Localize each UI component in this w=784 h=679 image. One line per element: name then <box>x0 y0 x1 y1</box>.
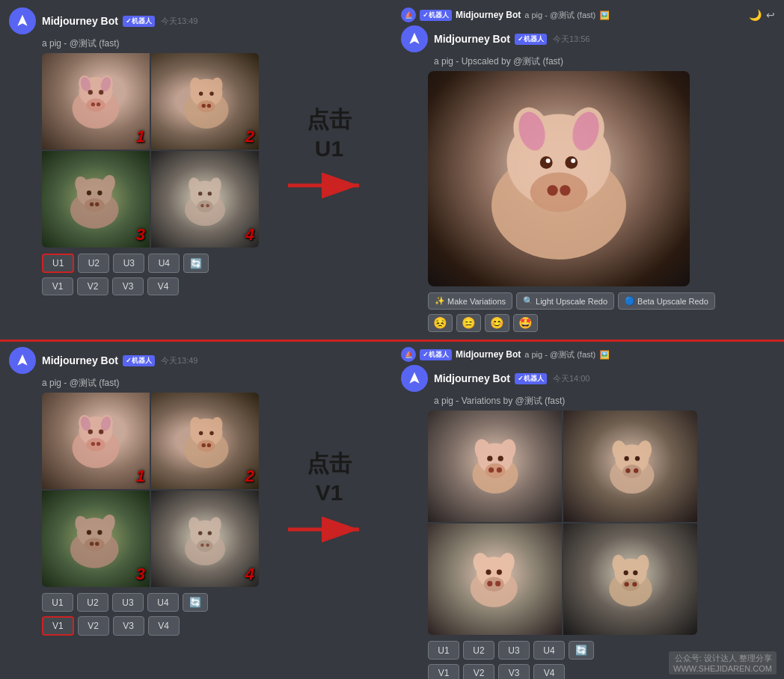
name-row-top-right: Midjourney Bot ✓机器人 今天13:56 <box>434 33 589 45</box>
emojis-row-top-right: 😣 😑 😊 🤩 <box>428 314 775 332</box>
bot-name-bottom-right: Midjourney Bot <box>434 372 510 384</box>
svg-point-61 <box>99 429 103 434</box>
btn-u2-var[interactable]: U2 <box>463 641 494 660</box>
buttons-v-row-top-left: V1 V2 V3 V4 <box>42 277 383 295</box>
svg-point-106 <box>634 456 639 461</box>
btn-v4-var[interactable]: V4 <box>533 664 565 679</box>
topbar-bot-name-bottom: Midjourney Bot <box>456 349 521 360</box>
svg-point-96 <box>487 455 492 461</box>
btn-light-upscale-redo[interactable]: 🔍 Light Upscale Redo <box>516 292 614 310</box>
grid-cell-b1: 1 <box>42 393 150 489</box>
make-variations-label: Make Variations <box>447 297 506 306</box>
timestamp-bottom-right: 今天14:00 <box>553 373 590 384</box>
svg-point-110 <box>487 580 492 586</box>
buttons-u-row-top-left: U1 U2 U3 U4 🔄 <box>42 254 383 273</box>
num-label-b3: 3 <box>136 565 145 584</box>
svg-point-75 <box>95 541 99 545</box>
btn-u3-bottom-left[interactable]: U3 <box>112 593 144 612</box>
svg-point-53 <box>86 437 105 451</box>
header-info-bottom-left: Midjourney Bot ✓机器人 今天13:49 <box>42 354 197 366</box>
desc-bottom-right: a pig - Variations by @测试 (fast) <box>434 395 775 408</box>
svg-point-40 <box>530 173 588 212</box>
btn-v2-var[interactable]: V2 <box>463 664 494 679</box>
var-cell-2 <box>563 411 697 522</box>
name-row-bottom-right: Midjourney Bot ✓机器人 今天14:00 <box>434 372 589 384</box>
btn-v3-var[interactable]: V3 <box>498 664 530 679</box>
svg-point-28 <box>97 190 102 194</box>
btn-u3-top-left[interactable]: U3 <box>113 254 144 273</box>
btn-u4-bottom-left[interactable]: U4 <box>147 593 179 612</box>
btn-u1-var[interactable]: U1 <box>428 641 459 660</box>
svg-point-4 <box>97 102 100 105</box>
svg-point-105 <box>624 456 628 461</box>
topbar-bottom-left: ⛵ ✓机器人 Midjourney Bot a pig - @测试 (fast)… <box>401 347 610 362</box>
btn-beta-upscale-redo[interactable]: 🔵 Beta Upscale Redo <box>618 292 715 310</box>
btn-u4-top-left[interactable]: U4 <box>148 254 180 273</box>
svg-point-119 <box>624 582 628 586</box>
name-row-bottom-left: Midjourney Bot ✓机器人 今天13:49 <box>42 354 197 366</box>
btn-v4-bottom-left[interactable]: V4 <box>148 616 180 636</box>
svg-point-3 <box>91 102 95 105</box>
svg-point-83 <box>200 543 204 547</box>
btn-u3-var[interactable]: U3 <box>498 641 530 660</box>
btn-v3-bottom-left[interactable]: V3 <box>113 616 144 636</box>
bot-tag-top-left: ✓机器人 <box>123 16 155 27</box>
action-buttons-row: ✨ Make Variations 🔍 Light Upscale Redo 🔵… <box>428 292 775 310</box>
btn-v2-bottom-left[interactable]: V2 <box>78 616 109 636</box>
btn-refresh-var[interactable]: 🔄 <box>569 641 594 660</box>
emoji-btn-4[interactable]: 🤩 <box>513 314 538 332</box>
svg-point-36 <box>198 191 202 195</box>
bot-tag-topbar: ✓机器人 <box>420 10 452 21</box>
topbar-bottom-right: ⛵ ✓机器人 Midjourney Bot a pig - @测试 (fast)… <box>401 347 775 362</box>
btn-make-variations[interactable]: ✨ Make Variations <box>428 292 512 310</box>
variations-grid <box>428 411 697 635</box>
svg-point-64 <box>197 440 215 452</box>
topbar-bot-name: Midjourney Bot <box>456 10 521 20</box>
btn-refresh-bottom-left[interactable]: 🔄 <box>183 593 208 612</box>
emoji-btn-2[interactable]: 😑 <box>456 314 481 332</box>
bot-tag-top-right: ✓机器人 <box>515 34 547 45</box>
svg-point-27 <box>87 190 91 194</box>
single-pig-art <box>428 71 690 286</box>
beta-upscale-icon: 🔵 <box>625 296 635 306</box>
emoji-btn-3[interactable]: 😊 <box>485 314 509 332</box>
bot-name-top-left: Midjourney Bot <box>42 15 118 27</box>
desc-bottom-left: a pig - @测试 (fast) <box>42 377 383 390</box>
btn-u2-top-left[interactable]: U2 <box>78 254 109 273</box>
btn-v1-var[interactable]: V1 <box>428 664 459 679</box>
svg-point-111 <box>495 580 500 586</box>
btn-v1-top-left[interactable]: V1 <box>42 277 73 295</box>
btn-refresh-top-left[interactable]: 🔄 <box>183 254 209 273</box>
reply-icon[interactable]: ↩ <box>766 9 775 21</box>
moon-icon[interactable]: 🌙 <box>749 9 762 21</box>
btn-u4-var[interactable]: U4 <box>533 641 565 660</box>
watermark-line2: WWW.SHEJIDAREN.COM <box>673 664 772 673</box>
btn-u2-bottom-left[interactable]: U2 <box>77 593 108 612</box>
light-upscale-label: Light Upscale Redo <box>536 297 607 306</box>
pig-grid-bottom-left: 1 2 <box>42 393 259 587</box>
buttons-u-row-bottom-left: U1 U2 U3 U4 🔄 <box>42 593 383 612</box>
grid-cell-2: 2 <box>151 53 259 150</box>
avatar-bottom-left <box>9 347 36 374</box>
btn-v1-bottom-left[interactable]: V1 <box>42 616 74 636</box>
svg-point-66 <box>207 443 211 446</box>
btn-u1-bottom-left[interactable]: U1 <box>42 593 73 612</box>
svg-point-37 <box>208 191 212 195</box>
emoji-btn-1[interactable]: 😣 <box>428 314 453 332</box>
svg-point-102 <box>634 468 638 473</box>
svg-point-87 <box>198 531 202 535</box>
svg-point-78 <box>87 529 91 534</box>
svg-point-49 <box>546 159 551 163</box>
svg-point-60 <box>88 429 93 434</box>
bot-tag-bottom-left: ✓机器人 <box>123 355 155 366</box>
btn-v3-top-left[interactable]: V3 <box>112 277 144 295</box>
header-info-top-left: Midjourney Bot ✓机器人 今天13:49 <box>42 15 197 27</box>
btn-v2-top-left[interactable]: V2 <box>77 277 108 295</box>
timestamp-top-right: 今天13:56 <box>553 34 590 45</box>
svg-point-18 <box>199 91 203 95</box>
svg-point-50 <box>571 159 575 163</box>
panel-top-left: Midjourney Bot ✓机器人 今天13:49 a pig - @测试 … <box>0 0 392 340</box>
btn-v4-top-left[interactable]: V4 <box>147 277 179 295</box>
panel-bottom-right: ⛵ ✓机器人 Midjourney Bot a pig - @测试 (fast)… <box>392 340 784 679</box>
btn-u1-top-left[interactable]: U1 <box>42 254 74 273</box>
